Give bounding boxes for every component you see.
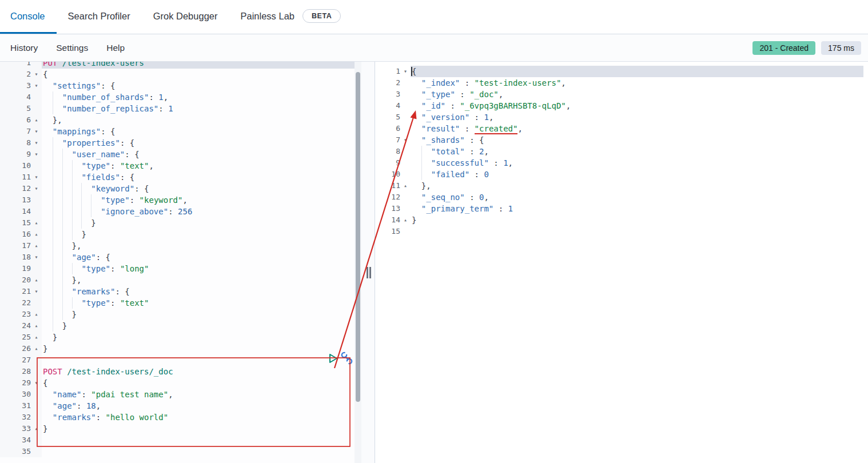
code-line[interactable]: 33▴} <box>0 423 355 434</box>
code-line[interactable]: 11▾ "fields": { <box>0 171 355 183</box>
fold-toggle-icon[interactable]: ▴ <box>31 114 42 126</box>
code-line[interactable]: 15▴ } <box>0 217 355 229</box>
fold-toggle-icon[interactable]: ▴ <box>31 240 42 252</box>
fold-toggle-icon[interactable]: ▴ <box>31 343 42 354</box>
fold-toggle-icon[interactable]: ▴ <box>31 217 42 229</box>
code-line[interactable]: 26▴} <box>0 343 355 354</box>
tab-console-label: Console <box>10 11 45 22</box>
code-line[interactable]: 22 "type": "text" <box>0 297 355 309</box>
code-line[interactable]: 11▴ }, <box>375 180 863 191</box>
code-line[interactable]: 4 "number_of_shards": 1, <box>0 91 355 103</box>
fold-toggle-icon[interactable]: ▴ <box>31 320 42 332</box>
code-text: "_type" : "_doc", <box>411 89 863 100</box>
code-line[interactable]: 30 "name": "pdai test name", <box>0 389 355 400</box>
code-line[interactable]: 9 "successful" : 1, <box>375 157 863 169</box>
fold-toggle-icon[interactable]: ▾ <box>31 137 42 149</box>
indent-guide <box>53 286 53 297</box>
code-line[interactable]: 5 "number_of_replicas": 1 <box>0 103 355 114</box>
fold-toggle-icon[interactable]: ▴ <box>31 309 42 320</box>
code-line[interactable]: 2▾{ <box>0 69 355 80</box>
fold-toggle-icon[interactable]: ▾ <box>400 134 411 146</box>
code-text: }, <box>42 114 355 126</box>
code-line[interactable]: 21▾ "remarks": { <box>0 286 355 297</box>
indent-guide <box>81 217 82 229</box>
tab-painless-lab[interactable]: Painless Lab BETA <box>229 0 353 34</box>
fold-toggle-icon[interactable]: ▴ <box>400 180 411 191</box>
code-line[interactable]: 35 <box>0 446 355 457</box>
line-number: 23 <box>0 309 31 320</box>
code-line[interactable]: 12 "_seq_no" : 0, <box>375 191 863 203</box>
fold-spacer <box>31 434 42 446</box>
code-line[interactable]: 16▴ } <box>0 229 355 240</box>
code-line[interactable]: 7▾ "_shards" : { <box>375 134 863 146</box>
code-line[interactable]: 17▴ }, <box>0 240 355 252</box>
menu-history[interactable]: History <box>10 43 38 53</box>
tab-console[interactable]: Console <box>0 0 57 34</box>
request-editor[interactable]: 1PUT /test-index-users2▾{3▾ "settings": … <box>0 62 361 463</box>
fold-toggle-icon[interactable]: ▾ <box>31 149 42 160</box>
fold-toggle-icon[interactable]: ▴ <box>31 332 42 343</box>
send-request-button[interactable] <box>328 353 339 364</box>
code-line[interactable]: 6▴ }, <box>0 114 355 126</box>
fold-toggle-icon[interactable]: ▴ <box>31 229 42 240</box>
code-line[interactable]: 9▾ "user_name": { <box>0 149 355 160</box>
fold-toggle-icon[interactable]: ▾ <box>31 69 42 80</box>
menu-help[interactable]: Help <box>106 43 125 53</box>
code-line[interactable]: 19 "type": "long" <box>0 263 355 274</box>
fold-toggle-icon[interactable]: ▾ <box>31 286 42 297</box>
fold-toggle-icon[interactable]: ▾ <box>31 183 42 194</box>
code-line[interactable]: 15 <box>375 226 863 237</box>
code-line[interactable]: 12▾ "keyword": { <box>0 183 355 194</box>
code-line[interactable]: 3 "_type" : "_doc", <box>375 89 863 100</box>
indent-guide <box>62 309 63 320</box>
code-line[interactable]: 18▾ "age": { <box>0 252 355 263</box>
code-line[interactable]: 27 <box>0 354 355 366</box>
code-line[interactable]: 6 "result" : "created", <box>375 123 863 134</box>
tab-search-profiler[interactable]: Search Profiler <box>57 0 142 34</box>
fold-toggle-icon[interactable]: ▾ <box>31 252 42 263</box>
code-line[interactable]: 8▾ "properties": { <box>0 137 355 149</box>
code-line[interactable]: 1PUT /test-index-users <box>0 62 355 69</box>
fold-toggle-icon[interactable]: ▾ <box>31 126 42 137</box>
code-line[interactable]: 20▴ }, <box>0 274 355 286</box>
drag-handle-icon[interactable] <box>367 267 371 278</box>
code-line[interactable]: 32 "remarks": "hello world" <box>0 412 355 423</box>
code-line[interactable]: 28POST /test-index-users/_doc <box>0 366 355 377</box>
fold-toggle-icon[interactable]: ▾ <box>31 80 42 91</box>
code-line[interactable]: 5 "_version" : 1, <box>375 111 863 123</box>
code-line[interactable]: 29▾{ <box>0 377 355 389</box>
indent-guide <box>81 183 82 194</box>
fold-toggle-icon[interactable]: ▾ <box>400 66 411 77</box>
code-line[interactable]: 13 "type": "keyword", <box>0 194 355 206</box>
menu-settings[interactable]: Settings <box>56 43 88 53</box>
code-line[interactable]: 31 "age": 18, <box>0 400 355 412</box>
code-line[interactable]: 3▾ "settings": { <box>0 80 355 91</box>
code-line[interactable]: 10 "type": "text", <box>0 160 355 171</box>
code-line[interactable]: 13 "_primary_term" : 1 <box>375 203 863 214</box>
code-text: } <box>42 423 355 434</box>
line-number: 14 <box>375 214 400 226</box>
code-line[interactable]: 1▾{ <box>375 66 863 77</box>
fold-toggle-icon[interactable]: ▾ <box>31 377 42 389</box>
fold-toggle-icon[interactable]: ▾ <box>31 171 42 183</box>
code-line[interactable]: 25▴ } <box>0 332 355 343</box>
code-line[interactable]: 10 "failed" : 0 <box>375 169 863 180</box>
request-editor-scrollbar[interactable] <box>355 62 361 463</box>
scrollbar-thumb[interactable] <box>356 72 360 402</box>
fold-toggle-icon[interactable]: ▴ <box>31 423 42 434</box>
request-options-button[interactable] <box>340 350 355 367</box>
code-line[interactable]: 14 "ignore_above": 256 <box>0 206 355 217</box>
code-line[interactable]: 4 "_id" : "_6vpq3gBARHSBT8-qLqD", <box>375 100 863 111</box>
response-editor[interactable]: 1▾{2 "_index" : "test-index-users",3 "_t… <box>375 62 868 463</box>
fold-toggle-icon[interactable]: ▴ <box>400 214 411 226</box>
fold-toggle-icon[interactable]: ▴ <box>31 274 42 286</box>
tab-grok-debugger[interactable]: Grok Debugger <box>142 0 229 34</box>
code-line[interactable]: 14▴} <box>375 214 863 226</box>
code-line[interactable]: 7▾ "mappings": { <box>0 126 355 137</box>
code-line[interactable]: 24▴ } <box>0 320 355 332</box>
code-line[interactable]: 34 <box>0 434 355 446</box>
code-line[interactable]: 8 "total" : 2, <box>375 146 863 157</box>
code-line[interactable]: 2 "_index" : "test-index-users", <box>375 77 863 89</box>
line-number: 19 <box>0 263 31 274</box>
code-line[interactable]: 23▴ } <box>0 309 355 320</box>
